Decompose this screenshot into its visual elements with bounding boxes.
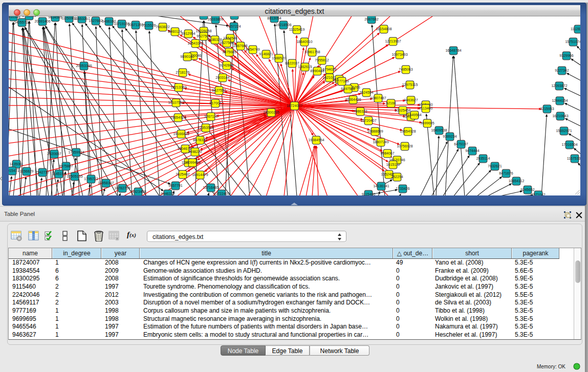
svg-text:9527506: 9527506 [197, 34, 210, 38]
svg-text:16914479: 16914479 [192, 173, 208, 177]
svg-text:10107552: 10107552 [168, 101, 184, 104]
svg-text:7357224: 7357224 [227, 25, 241, 28]
svg-text:8408351: 8408351 [22, 16, 36, 17]
svg-text:2020657: 2020657 [47, 152, 61, 156]
svg-text:6497568: 6497568 [341, 87, 355, 91]
svg-text:11923468: 11923468 [130, 190, 146, 193]
svg-text:10973493: 10973493 [391, 53, 407, 56]
svg-text:10756928: 10756928 [397, 144, 412, 148]
svg-text:20364436: 20364436 [345, 98, 361, 101]
svg-text:15716485: 15716485 [203, 186, 219, 189]
svg-text:1733426: 1733426 [396, 187, 409, 190]
svg-text:7955812: 7955812 [315, 58, 329, 62]
svg-text:10671355: 10671355 [127, 23, 143, 27]
svg-text:15720407: 15720407 [360, 119, 376, 122]
svg-text:9474444: 9474444 [465, 149, 479, 152]
svg-text:1615112: 1615112 [386, 163, 400, 166]
svg-text:16648784: 16648784 [445, 49, 461, 52]
svg-text:12444154: 12444154 [552, 99, 568, 102]
svg-text:15692971: 15692971 [556, 129, 572, 133]
svg-text:9699695: 9699695 [420, 121, 434, 125]
svg-text:2867608: 2867608 [233, 44, 247, 48]
svg-text:7625402: 7625402 [176, 172, 189, 176]
svg-text:9146821: 9146821 [259, 52, 273, 56]
svg-text:11325419: 11325419 [289, 28, 305, 31]
svg-text:18640910: 18640910 [296, 40, 312, 43]
svg-text:3875685: 3875685 [222, 50, 236, 54]
svg-text:8912954: 8912954 [181, 32, 195, 35]
svg-text:1527602: 1527602 [89, 19, 102, 23]
svg-text:12975115: 12975115 [402, 83, 418, 86]
svg-text:9527508: 9527508 [220, 41, 233, 45]
svg-text:1435061: 1435061 [9, 162, 23, 166]
svg-text:1156829: 1156829 [20, 169, 34, 173]
svg-text:10653267: 10653267 [74, 17, 90, 20]
svg-text:9857791: 9857791 [168, 184, 182, 187]
svg-text:16782759: 16782759 [114, 186, 130, 190]
svg-text:2935114: 2935114 [476, 157, 490, 160]
svg-text:7986322: 7986322 [353, 110, 367, 113]
svg-text:14055724: 14055724 [14, 20, 30, 24]
svg-text:10722405: 10722405 [213, 192, 229, 195]
svg-text:2718176: 2718176 [176, 71, 189, 74]
svg-text:12213369: 12213369 [170, 85, 186, 89]
svg-text:9245652: 9245652 [520, 188, 534, 191]
svg-text:9242848: 9242848 [220, 63, 233, 67]
svg-text:1588520: 1588520 [272, 56, 286, 60]
svg-text:1362615: 1362615 [298, 65, 312, 69]
svg-text:8678332: 8678332 [193, 138, 207, 142]
svg-text:2087682: 2087682 [364, 17, 378, 21]
svg-text:9975867: 9975867 [59, 164, 73, 168]
svg-text:10025458: 10025458 [395, 108, 410, 112]
svg-text:16873824: 16873824 [195, 16, 211, 17]
svg-text:10807487: 10807487 [370, 96, 386, 100]
svg-text:10654112: 10654112 [509, 179, 525, 183]
svg-text:3624554: 3624554 [359, 91, 373, 94]
svg-text:19218506: 19218506 [275, 23, 291, 27]
svg-text:18724007: 18724007 [287, 104, 302, 107]
svg-text:14099489: 14099489 [184, 161, 200, 164]
svg-text:9634505: 9634505 [48, 16, 62, 19]
svg-text:9227342: 9227342 [555, 69, 569, 72]
svg-text:3215953: 3215953 [540, 107, 554, 111]
svg-text:8454749: 8454749 [246, 48, 259, 51]
svg-text:12118259: 12118259 [227, 16, 243, 17]
svg-text:16154808: 16154808 [376, 27, 391, 31]
svg-text:8960124: 8960124 [168, 30, 182, 33]
svg-text:19654923: 19654923 [170, 116, 186, 119]
svg-text:20691406: 20691406 [34, 19, 50, 23]
svg-text:3498222: 3498222 [188, 150, 202, 154]
svg-text:3267110: 3267110 [204, 115, 218, 118]
svg-text:16210643: 16210643 [552, 114, 568, 118]
svg-text:252254: 252254 [391, 175, 403, 179]
svg-text:9115460: 9115460 [362, 192, 376, 195]
svg-text:7485063: 7485063 [399, 68, 412, 71]
svg-text:7515526: 7515526 [142, 24, 156, 27]
svg-text:9389234: 9389234 [443, 135, 456, 138]
svg-text:9046312: 9046312 [161, 192, 175, 195]
svg-text:12213967: 12213967 [385, 39, 401, 43]
svg-text:12093872: 12093872 [551, 84, 567, 87]
svg-text:19384554: 19384554 [308, 138, 324, 142]
svg-text:62160: 62160 [386, 101, 396, 105]
svg-text:19166825: 19166825 [173, 132, 189, 136]
svg-text:9113460: 9113460 [419, 106, 433, 110]
svg-text:6822037: 6822037 [285, 61, 299, 65]
svg-text:11128243: 11128243 [571, 27, 580, 31]
svg-text:2803144: 2803144 [215, 76, 229, 79]
svg-text:16033809: 16033809 [207, 17, 223, 21]
svg-text:15751074: 15751074 [565, 40, 580, 43]
svg-text:8427552: 8427552 [212, 89, 226, 92]
svg-text:1145194: 1145194 [52, 172, 66, 176]
svg-text:9890162: 9890162 [180, 55, 194, 58]
svg-text:10961758: 10961758 [304, 50, 320, 54]
svg-text:1549564: 1549564 [407, 113, 421, 117]
svg-text:17359924: 17359924 [68, 150, 84, 154]
svg-text:3915471: 3915471 [9, 169, 19, 172]
svg-text:12505135: 12505135 [67, 174, 82, 178]
svg-text:10688609: 10688609 [367, 129, 383, 133]
svg-text:2942737: 2942737 [35, 170, 49, 174]
svg-text:14136141: 14136141 [373, 184, 389, 188]
svg-text:18300295: 18300295 [263, 111, 279, 114]
svg-text:6479197: 6479197 [454, 142, 468, 146]
